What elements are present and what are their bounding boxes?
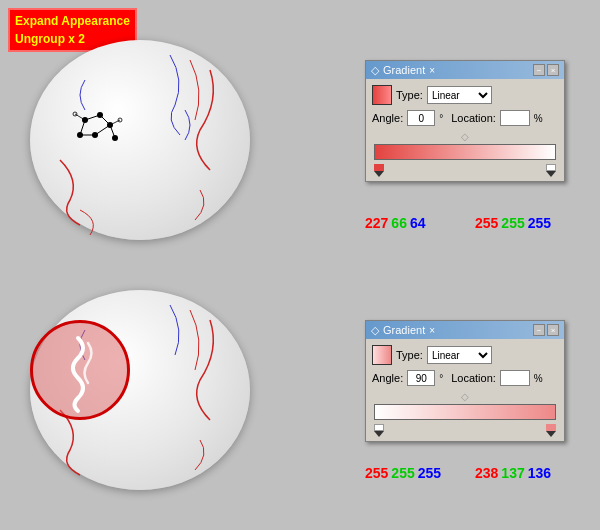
diamond-handle-bottom[interactable]: ◇ (461, 391, 469, 402)
svg-line-6 (85, 115, 100, 120)
gradient-icon-bottom: ◇ (371, 324, 379, 337)
degree-top: ° (439, 113, 443, 124)
type-label-bottom: Type: (396, 349, 423, 361)
stop-handles-bottom (374, 424, 556, 438)
gradient-slider-bottom: ◇ (374, 391, 556, 431)
svg-line-8 (110, 125, 115, 138)
diamond-handle-top[interactable]: ◇ (461, 131, 469, 142)
bottom-right-g: 137 (501, 465, 524, 481)
svg-line-11 (95, 125, 110, 135)
angle-label-top: Angle: (372, 112, 403, 124)
angle-label-bottom: Angle: (372, 372, 403, 384)
bottom-left-g: 255 (391, 465, 414, 481)
close-btn-bottom[interactable]: × (547, 324, 559, 336)
minimize-btn-top[interactable]: − (533, 64, 545, 76)
location-label-bottom: Location: (451, 372, 496, 384)
angle-row-top: Angle: ° Location: % (372, 110, 558, 126)
panel-titlebar-top: ◇ Gradient × − × (366, 61, 564, 79)
top-left-g: 66 (391, 215, 407, 231)
type-row-bottom: Type: Linear Radial (372, 345, 558, 365)
angle-input-top[interactable] (407, 110, 435, 126)
color-swatch-top[interactable] (372, 85, 392, 105)
percent-bottom: % (534, 373, 543, 384)
top-right-b: 255 (528, 215, 551, 231)
top-left-b: 64 (410, 215, 426, 231)
type-label-top: Type: (396, 89, 423, 101)
gradient-bar-top[interactable] (374, 144, 556, 160)
panel-body-top: Type: Linear Radial Angle: ° Location: %… (366, 79, 564, 181)
gradient-bar-bottom[interactable] (374, 404, 556, 420)
degree-bottom: ° (439, 373, 443, 384)
color-numbers-top-right: 255 255 255 (475, 215, 551, 231)
top-right-g: 255 (501, 215, 524, 231)
color-swatch-bottom[interactable] (372, 345, 392, 365)
svg-line-9 (80, 120, 85, 135)
type-select-bottom[interactable]: Linear Radial (427, 346, 492, 364)
angle-input-bottom[interactable] (407, 370, 435, 386)
gradient-icon-top: ◇ (371, 64, 379, 77)
color-numbers-bottom-right: 238 137 136 (475, 465, 551, 481)
gradient-panel-top: ◇ Gradient × − × Type: Linear Radial Ang… (365, 60, 565, 182)
gradient-slider-top: ◇ (374, 131, 556, 171)
angle-row-bottom: Angle: ° Location: % (372, 370, 558, 386)
panel-title-top: Gradient (383, 64, 425, 76)
close-tab-bottom[interactable]: × (429, 325, 435, 336)
panel-titlebar-bottom: ◇ Gradient × − × (366, 321, 564, 339)
percent-top: % (534, 113, 543, 124)
bottom-right-b: 136 (528, 465, 551, 481)
panel-title-bottom: Gradient (383, 324, 425, 336)
type-select-top[interactable]: Linear Radial (427, 86, 492, 104)
type-row-top: Type: Linear Radial (372, 85, 558, 105)
location-input-bottom[interactable] (500, 370, 530, 386)
stop-left-bottom[interactable] (374, 424, 384, 438)
stop-left-top[interactable] (374, 164, 384, 178)
color-numbers-bottom-left: 255 255 255 (365, 465, 441, 481)
close-btn-top[interactable]: × (547, 64, 559, 76)
gradient-panel-bottom: ◇ Gradient × − × Type: Linear Radial Ang… (365, 320, 565, 442)
red-circle-overlay (30, 320, 130, 420)
svg-line-7 (100, 115, 110, 125)
location-input-top[interactable] (500, 110, 530, 126)
panel-body-bottom: Type: Linear Radial Angle: ° Location: %… (366, 339, 564, 441)
bottom-left-r: 255 (365, 465, 388, 481)
top-left-r: 227 (365, 215, 388, 231)
anchor-points-top (55, 100, 135, 160)
color-numbers-top-left: 227 66 64 (365, 215, 426, 231)
close-tab-top[interactable]: × (429, 65, 435, 76)
bottom-left-b: 255 (418, 465, 441, 481)
top-right-r: 255 (475, 215, 498, 231)
instruction-line1: Expand Appearance (15, 12, 130, 30)
location-label-top: Location: (451, 112, 496, 124)
minimize-btn-bottom[interactable]: − (533, 324, 545, 336)
bottom-right-r: 238 (475, 465, 498, 481)
stop-right-bottom[interactable] (546, 424, 556, 438)
stop-handles-top (374, 164, 556, 178)
stop-right-top[interactable] (546, 164, 556, 178)
